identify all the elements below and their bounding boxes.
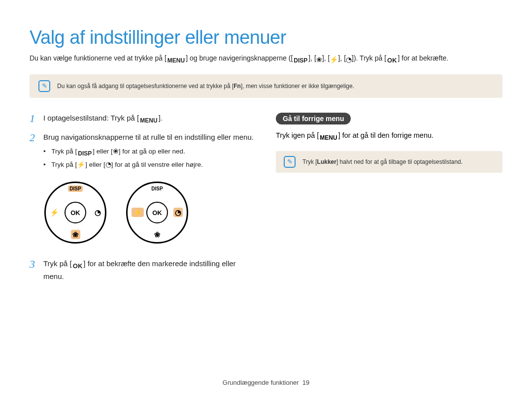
step-3: 3 Tryk på [OK] for at bekræfte den marke… xyxy=(30,258,256,282)
macro-icon: ❀ xyxy=(113,148,119,155)
dial-flash-icon: ⚡ xyxy=(50,208,59,217)
left-column: 1 I optagelsestilstand: Tryk på [MENU]. … xyxy=(30,113,256,289)
right-paragraph: Tryk igen på [MENU] for at gå til den fo… xyxy=(276,130,502,142)
intro-part: ] for at bekræfte. xyxy=(398,54,449,62)
step-1: 1 I optagelsestilstand: Tryk på [MENU]. xyxy=(30,113,256,125)
sub-bullet: Tryk på [⚡] eller [◔] for at gå til vens… xyxy=(43,160,256,170)
macro-icon: ❀ xyxy=(316,55,322,65)
intro-part: Du kan vælge funktionerne ved at trykke … xyxy=(30,54,166,62)
note-box-fn: ✎ Du kan også få adgang til optagelsesfu… xyxy=(30,74,502,98)
disp-key: DISP xyxy=(77,149,93,158)
section-pill: Gå til forrige menu xyxy=(276,113,351,124)
menu-key: MENU xyxy=(166,56,186,65)
dial-macro-icon: ❀ xyxy=(71,230,80,239)
intro-part: ], [ xyxy=(308,54,316,62)
menu-key: MENU xyxy=(319,133,338,142)
dial-ok-label: OK xyxy=(146,202,168,223)
page-title: Valg af indstillinger eller menuer xyxy=(30,27,502,48)
flash-icon: ⚡ xyxy=(330,55,338,65)
dial-macro-icon: ❀ xyxy=(128,230,187,239)
dial-timer-icon: ◔ xyxy=(173,208,183,217)
right-column: Gå til forrige menu Tryk igen på [MENU] … xyxy=(276,113,502,289)
note-box-shutter: ✎ Tryk [Lukker] halvt ned for at gå tilb… xyxy=(276,151,502,173)
ok-key: OK xyxy=(72,261,84,271)
dial-vertical: DISP ⚡ OK ◔ ❀ xyxy=(44,182,106,244)
intro-part: ] og bruge navigeringsknapperne ([ xyxy=(186,54,293,62)
fn-key: Fn xyxy=(233,83,241,90)
step-2: 2 Brug navigationsknapperne til at rulle… xyxy=(30,132,256,172)
intro-part: ]). Tryk på [ xyxy=(352,54,386,62)
note-text: Tryk [Lukker] halvt ned for at gå tilbag… xyxy=(302,158,463,165)
intro-part: ], [ xyxy=(322,54,330,62)
step-number: 3 xyxy=(30,258,37,282)
ok-key: OK xyxy=(386,56,398,65)
dial-disp-label: DISP xyxy=(128,186,187,191)
step-number: 2 xyxy=(30,132,37,172)
note-text: Du kan også få adgang til optagelsesfunk… xyxy=(57,83,354,90)
timer-icon: ◔ xyxy=(105,161,111,168)
sub-bullet: Tryk på [DISP] eller [❀] for at gå op el… xyxy=(43,147,256,158)
intro-part: ], [ xyxy=(338,54,346,62)
dial-timer-icon: ◔ xyxy=(95,208,101,217)
note-icon: ✎ xyxy=(284,156,296,168)
dial-disp-label: DISP xyxy=(68,185,82,192)
disp-key: DISP xyxy=(293,56,308,65)
shutter-key: Lukker xyxy=(317,158,336,165)
intro-text: Du kan vælge funktionerne ved at trykke … xyxy=(30,53,502,65)
note-icon: ✎ xyxy=(38,80,50,92)
dial-diagrams: DISP ⚡ OK ◔ ❀ DISP ⚡ OK ◔ ❀ xyxy=(44,182,256,244)
step-number: 1 xyxy=(30,113,37,125)
menu-key: MENU xyxy=(139,116,158,125)
timer-icon: ◔ xyxy=(346,55,352,65)
flash-icon: ⚡ xyxy=(77,161,85,168)
page-footer: Grundlæggende funktioner 19 xyxy=(0,379,532,386)
dial-horizontal: DISP ⚡ OK ◔ ❀ xyxy=(126,182,188,244)
dial-ok-label: OK xyxy=(65,202,86,223)
dial-flash-icon: ⚡ xyxy=(132,208,144,217)
